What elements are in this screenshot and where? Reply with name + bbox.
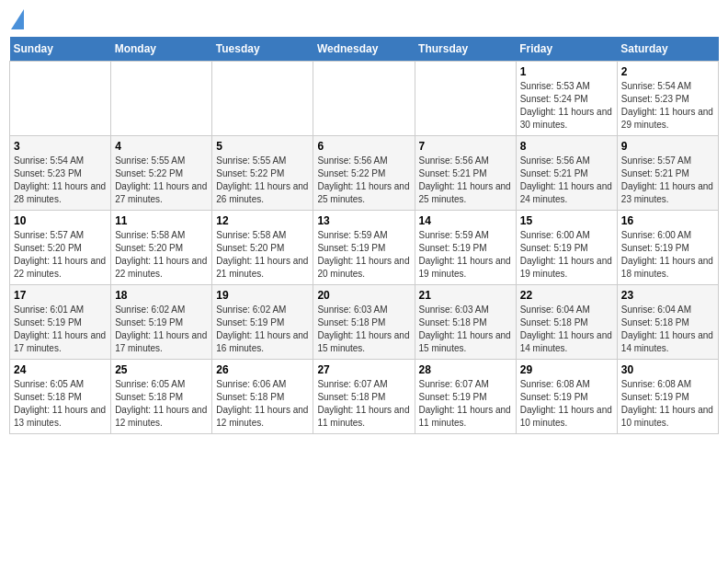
logo xyxy=(9,9,24,29)
calendar-cell: 11Sunrise: 5:58 AMSunset: 5:20 PMDayligh… xyxy=(111,211,212,285)
day-number: 12 xyxy=(216,214,309,227)
calendar-cell: 3Sunrise: 5:54 AMSunset: 5:23 PMDaylight… xyxy=(10,136,111,211)
day-number: 23 xyxy=(621,289,714,302)
calendar-cell: 24Sunrise: 6:05 AMSunset: 5:18 PMDayligh… xyxy=(10,360,111,434)
calendar-cell: 12Sunrise: 5:58 AMSunset: 5:20 PMDayligh… xyxy=(212,211,313,285)
calendar-cell: 30Sunrise: 6:08 AMSunset: 5:19 PMDayligh… xyxy=(617,360,718,434)
day-detail: Sunrise: 5:56 AMSunset: 5:22 PMDaylight:… xyxy=(317,155,410,206)
calendar-cell: 23Sunrise: 6:04 AMSunset: 5:18 PMDayligh… xyxy=(617,285,718,360)
calendar-cell: 27Sunrise: 6:07 AMSunset: 5:18 PMDayligh… xyxy=(313,360,415,434)
day-detail: Sunrise: 6:02 AMSunset: 5:19 PMDaylight:… xyxy=(216,304,309,355)
calendar-cell: 17Sunrise: 6:01 AMSunset: 5:19 PMDayligh… xyxy=(10,285,111,360)
day-number: 22 xyxy=(520,289,613,302)
calendar-cell xyxy=(111,62,212,136)
calendar-cell: 5Sunrise: 5:55 AMSunset: 5:22 PMDaylight… xyxy=(212,136,313,211)
day-number: 14 xyxy=(419,214,512,227)
calendar-cell: 7Sunrise: 5:56 AMSunset: 5:21 PMDaylight… xyxy=(415,136,516,211)
calendar-cell xyxy=(212,62,313,136)
day-detail: Sunrise: 6:08 AMSunset: 5:19 PMDaylight:… xyxy=(520,378,613,430)
day-detail: Sunrise: 6:03 AMSunset: 5:18 PMDaylight:… xyxy=(419,304,512,355)
day-number: 27 xyxy=(317,363,410,376)
day-number: 16 xyxy=(621,214,714,227)
day-number: 19 xyxy=(216,289,309,302)
day-detail: Sunrise: 6:02 AMSunset: 5:19 PMDaylight:… xyxy=(115,304,208,355)
day-number: 30 xyxy=(621,363,714,376)
calendar-cell: 6Sunrise: 5:56 AMSunset: 5:22 PMDaylight… xyxy=(313,136,415,211)
day-detail: Sunrise: 5:57 AMSunset: 5:20 PMDaylight:… xyxy=(14,229,107,281)
day-detail: Sunrise: 6:03 AMSunset: 5:18 PMDaylight:… xyxy=(317,304,410,355)
day-number: 11 xyxy=(115,214,208,227)
day-detail: Sunrise: 6:08 AMSunset: 5:19 PMDaylight:… xyxy=(621,378,714,430)
weekday-header-thursday: Thursday xyxy=(415,37,516,62)
weekday-header-tuesday: Tuesday xyxy=(212,37,313,62)
day-number: 24 xyxy=(14,363,107,376)
calendar-cell: 14Sunrise: 5:59 AMSunset: 5:19 PMDayligh… xyxy=(415,211,516,285)
calendar-cell: 16Sunrise: 6:00 AMSunset: 5:19 PMDayligh… xyxy=(617,211,718,285)
day-number: 3 xyxy=(14,140,107,153)
day-detail: Sunrise: 6:00 AMSunset: 5:19 PMDaylight:… xyxy=(621,229,714,281)
day-detail: Sunrise: 5:57 AMSunset: 5:21 PMDaylight:… xyxy=(621,155,714,206)
calendar-cell: 21Sunrise: 6:03 AMSunset: 5:18 PMDayligh… xyxy=(415,285,516,360)
day-detail: Sunrise: 6:05 AMSunset: 5:18 PMDaylight:… xyxy=(14,378,107,430)
weekday-header-sunday: Sunday xyxy=(10,37,111,62)
day-number: 2 xyxy=(621,65,714,78)
calendar-cell: 9Sunrise: 5:57 AMSunset: 5:21 PMDaylight… xyxy=(617,136,718,211)
calendar-week-row: 17Sunrise: 6:01 AMSunset: 5:19 PMDayligh… xyxy=(10,285,719,360)
day-detail: Sunrise: 6:05 AMSunset: 5:18 PMDaylight:… xyxy=(115,378,208,430)
weekday-header-monday: Monday xyxy=(111,37,212,62)
calendar-cell xyxy=(10,62,111,136)
day-detail: Sunrise: 5:56 AMSunset: 5:21 PMDaylight:… xyxy=(520,155,613,206)
day-number: 25 xyxy=(115,363,208,376)
weekday-header-wednesday: Wednesday xyxy=(313,37,415,62)
day-number: 21 xyxy=(419,289,512,302)
day-number: 1 xyxy=(520,65,613,78)
calendar-cell: 18Sunrise: 6:02 AMSunset: 5:19 PMDayligh… xyxy=(111,285,212,360)
calendar-cell xyxy=(313,62,415,136)
day-detail: Sunrise: 6:00 AMSunset: 5:19 PMDaylight:… xyxy=(520,229,613,281)
calendar-cell: 22Sunrise: 6:04 AMSunset: 5:18 PMDayligh… xyxy=(516,285,617,360)
calendar-cell: 1Sunrise: 5:53 AMSunset: 5:24 PMDaylight… xyxy=(516,62,617,136)
calendar-cell: 8Sunrise: 5:56 AMSunset: 5:21 PMDaylight… xyxy=(516,136,617,211)
day-number: 13 xyxy=(317,214,410,227)
calendar-cell: 19Sunrise: 6:02 AMSunset: 5:19 PMDayligh… xyxy=(212,285,313,360)
weekday-header-friday: Friday xyxy=(516,37,617,62)
calendar-cell xyxy=(415,62,516,136)
calendar-cell: 2Sunrise: 5:54 AMSunset: 5:23 PMDaylight… xyxy=(617,62,718,136)
day-number: 7 xyxy=(419,140,512,153)
calendar-cell: 4Sunrise: 5:55 AMSunset: 5:22 PMDaylight… xyxy=(111,136,212,211)
day-number: 20 xyxy=(317,289,410,302)
calendar-table: SundayMondayTuesdayWednesdayThursdayFrid… xyxy=(9,37,719,434)
day-detail: Sunrise: 5:59 AMSunset: 5:19 PMDaylight:… xyxy=(419,229,512,281)
day-detail: Sunrise: 6:07 AMSunset: 5:18 PMDaylight:… xyxy=(317,378,410,430)
day-detail: Sunrise: 5:58 AMSunset: 5:20 PMDaylight:… xyxy=(115,229,208,281)
day-number: 6 xyxy=(317,140,410,153)
day-detail: Sunrise: 5:58 AMSunset: 5:20 PMDaylight:… xyxy=(216,229,309,281)
day-number: 9 xyxy=(621,140,714,153)
day-number: 17 xyxy=(14,289,107,302)
calendar-cell: 29Sunrise: 6:08 AMSunset: 5:19 PMDayligh… xyxy=(516,360,617,434)
day-detail: Sunrise: 6:04 AMSunset: 5:18 PMDaylight:… xyxy=(520,304,613,355)
day-number: 4 xyxy=(115,140,208,153)
calendar-cell: 25Sunrise: 6:05 AMSunset: 5:18 PMDayligh… xyxy=(111,360,212,434)
calendar-cell: 26Sunrise: 6:06 AMSunset: 5:18 PMDayligh… xyxy=(212,360,313,434)
calendar-cell: 15Sunrise: 6:00 AMSunset: 5:19 PMDayligh… xyxy=(516,211,617,285)
day-number: 26 xyxy=(216,363,309,376)
calendar-cell: 13Sunrise: 5:59 AMSunset: 5:19 PMDayligh… xyxy=(313,211,415,285)
day-number: 28 xyxy=(419,363,512,376)
day-detail: Sunrise: 6:01 AMSunset: 5:19 PMDaylight:… xyxy=(14,304,107,355)
calendar-week-row: 1Sunrise: 5:53 AMSunset: 5:24 PMDaylight… xyxy=(10,62,719,136)
day-detail: Sunrise: 6:06 AMSunset: 5:18 PMDaylight:… xyxy=(216,378,309,430)
day-detail: Sunrise: 5:54 AMSunset: 5:23 PMDaylight:… xyxy=(621,80,714,132)
calendar-cell: 28Sunrise: 6:07 AMSunset: 5:19 PMDayligh… xyxy=(415,360,516,434)
calendar-header-row: SundayMondayTuesdayWednesdayThursdayFrid… xyxy=(10,37,719,62)
day-detail: Sunrise: 5:56 AMSunset: 5:21 PMDaylight:… xyxy=(419,155,512,206)
day-number: 18 xyxy=(115,289,208,302)
day-number: 29 xyxy=(520,363,613,376)
page-header xyxy=(9,9,719,29)
calendar-week-row: 24Sunrise: 6:05 AMSunset: 5:18 PMDayligh… xyxy=(10,360,719,434)
day-number: 5 xyxy=(216,140,309,153)
day-detail: Sunrise: 5:55 AMSunset: 5:22 PMDaylight:… xyxy=(216,155,309,206)
day-detail: Sunrise: 5:54 AMSunset: 5:23 PMDaylight:… xyxy=(14,155,107,206)
calendar-week-row: 10Sunrise: 5:57 AMSunset: 5:20 PMDayligh… xyxy=(10,211,719,285)
day-number: 15 xyxy=(520,214,613,227)
